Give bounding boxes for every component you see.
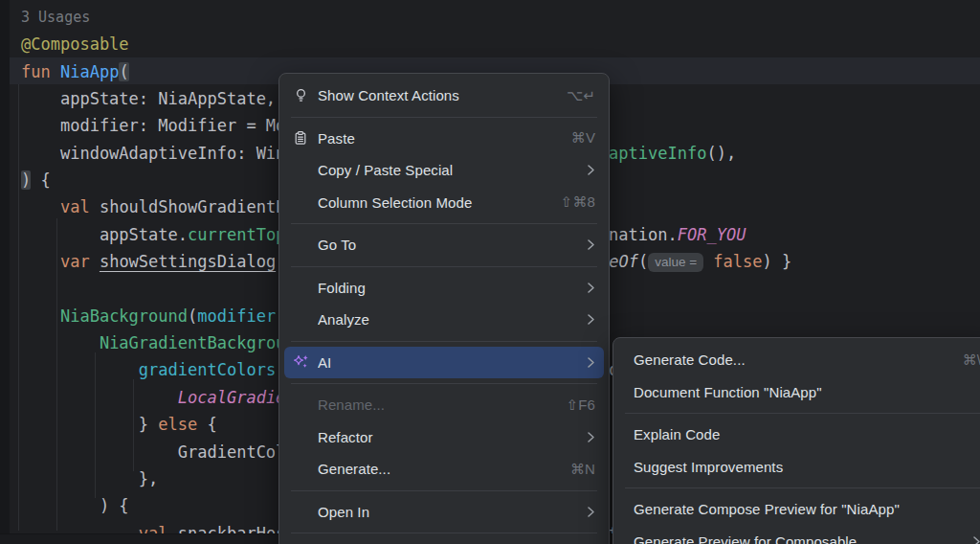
menu-item-paste[interactable]: Paste⌘V — [284, 123, 604, 155]
menu-item-label: AI — [318, 354, 568, 371]
ide-editor-screen: 3 Usages@Composablefun NiaApp( appState:… — [0, 0, 980, 544]
chevron-right-icon — [587, 238, 595, 251]
chevron-right-icon — [587, 282, 595, 294]
menu-separator — [291, 486, 597, 496]
menu-item-folding[interactable]: Folding — [284, 272, 604, 305]
menu-item-label: Column Selection Mode — [318, 194, 542, 211]
menu-item-label: Explain Code — [634, 426, 980, 442]
menu-item-label: Copy / Paste Special — [318, 162, 568, 178]
menu-item-label: Rename... — [318, 397, 547, 413]
menu-item-label: Paste — [318, 130, 552, 147]
menu-item-generate[interactable]: Generate...⌘N — [284, 453, 604, 486]
submenu-item-document-function[interactable]: Document Function "NiaApp" — [618, 376, 980, 409]
chevron-right-icon — [587, 164, 595, 176]
menu-separator — [291, 528, 597, 538]
menu-icon-spacer — [291, 503, 310, 520]
usages-inlay-hint[interactable]: 3 Usages — [21, 9, 90, 26]
menu-item-label: Folding — [318, 280, 568, 296]
submenu-item-generate-preview-for-composable[interactable]: Generate Preview for Composable... — [618, 526, 980, 544]
menu-icon-spacer — [291, 279, 310, 296]
menu-item-open-in[interactable]: Open In — [284, 496, 604, 529]
menu-item-label: Generate Compose Preview for "NiaApp" — [634, 501, 980, 517]
chevron-right-icon — [587, 431, 595, 443]
menu-separator — [291, 112, 597, 123]
menu-item-shortcut: ⌘N — [570, 461, 595, 478]
menu-item-go-to[interactable]: Go To — [284, 229, 604, 261]
menu-separator — [625, 483, 980, 493]
menu-item-shortcut: ⇧F6 — [567, 397, 595, 414]
menu-separator — [291, 218, 597, 229]
clipboard-icon — [291, 129, 310, 147]
menu-icon-spacer — [291, 461, 310, 478]
inline-hint: value = — [648, 253, 703, 272]
menu-item-label: Generate Code... — [634, 351, 944, 368]
menu-icon-spacer — [291, 193, 310, 211]
menu-item-label: Go To — [318, 237, 568, 253]
menu-item-refactor[interactable]: Refactor — [284, 421, 604, 454]
code-line[interactable]: 3 Usages — [21, 3, 791, 31]
menu-item-label: Suggest Improvements — [634, 459, 980, 475]
menu-item-label: Document Function "NiaApp" — [634, 384, 980, 400]
editor-gutter — [0, 0, 10, 544]
menu-item-label: Refactor — [318, 429, 568, 445]
menu-item-rename: Rename...⇧F6 — [284, 389, 604, 421]
menu-icon-spacer — [291, 237, 310, 254]
menu-item-analyze[interactable]: Analyze — [284, 304, 604, 336]
submenu-item-explain-code[interactable]: Explain Code — [618, 419, 980, 451]
menu-item-column-selection-mode[interactable]: Column Selection Mode⇧⌘8 — [284, 187, 604, 219]
menu-item-copy-paste-special[interactable]: Copy / Paste Special — [284, 154, 604, 187]
menu-item-shortcut: ⌘\ — [963, 351, 980, 369]
menu-item-show-context-actions[interactable]: Show Context Actions⌥↵ — [284, 79, 604, 112]
indent-guide — [18, 84, 19, 531]
chevron-right-icon — [972, 535, 980, 544]
chevron-right-icon — [587, 313, 595, 326]
menu-item-shortcut: ⇧⌘8 — [561, 193, 595, 211]
menu-separator — [625, 408, 980, 419]
menu-separator — [291, 378, 597, 389]
menu-icon-spacer — [291, 397, 310, 414]
menu-item-label: Show Context Actions — [318, 87, 547, 103]
submenu-item-generate-compose-preview[interactable]: Generate Compose Preview for "NiaApp" — [618, 493, 980, 526]
menu-item-label: Generate... — [318, 461, 551, 477]
ai-sparkle-icon — [291, 353, 310, 371]
chevron-right-icon — [587, 506, 595, 518]
chevron-right-icon — [587, 356, 595, 369]
lightbulb-icon — [291, 87, 310, 104]
menu-item-label: Open In — [318, 504, 568, 520]
editor-context-menu: Show Context Actions⌥↵Paste⌘VCopy / Past… — [278, 73, 610, 544]
menu-item-label: Generate Preview for Composable... — [634, 533, 953, 544]
code-line[interactable]: @Composable — [21, 31, 791, 57]
submenu-item-suggest-improvements[interactable]: Suggest Improvements — [618, 451, 980, 484]
submenu-item-generate-code[interactable]: Generate Code...⌘\ — [618, 344, 980, 376]
menu-item-shortcut: ⌥↵ — [567, 87, 595, 104]
menu-separator — [291, 336, 597, 347]
menu-item-ai[interactable]: AI — [284, 347, 604, 379]
menu-icon-spacer — [291, 311, 310, 329]
menu-item-label: Analyze — [318, 311, 568, 328]
menu-icon-spacer — [291, 162, 310, 179]
menu-separator — [291, 261, 597, 272]
menu-icon-spacer — [291, 428, 310, 445]
ai-submenu: Generate Code...⌘\Document Function "Nia… — [612, 337, 980, 544]
menu-item-shortcut: ⌘V — [571, 129, 595, 147]
